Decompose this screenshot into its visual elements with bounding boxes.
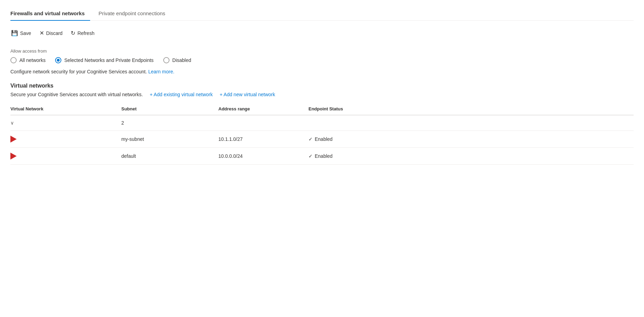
radio-selected-networks[interactable]: Selected Networks and Private Endpoints bbox=[55, 57, 154, 63]
status-label-1: Enabled bbox=[315, 136, 332, 142]
discard-label: Discard bbox=[46, 30, 62, 36]
radio-label-all: All networks bbox=[19, 57, 45, 63]
table-header-row: Virtual Network Subnet Address range End… bbox=[10, 103, 634, 115]
vnet-table: Virtual Network Subnet Address range End… bbox=[10, 103, 634, 165]
refresh-button[interactable]: ↻ Refresh bbox=[70, 29, 95, 37]
vnet-name-cell-2 bbox=[10, 148, 121, 165]
address-range-cell-1: 10.1.1.0/27 bbox=[218, 131, 308, 148]
chevron-down-icon[interactable]: ∨ bbox=[10, 120, 14, 126]
access-label: Allow access from bbox=[10, 48, 634, 54]
radio-label-disabled: Disabled bbox=[172, 57, 191, 63]
discard-icon: ✕ bbox=[40, 30, 44, 36]
arrow-icon-1 bbox=[10, 136, 19, 142]
check-icon-1: ✓ bbox=[308, 136, 313, 142]
subnet-count: 2 bbox=[121, 120, 124, 126]
add-existing-vnet-link[interactable]: + Add existing virtual network bbox=[150, 92, 213, 97]
col-virtual-network: Virtual Network bbox=[10, 103, 121, 115]
virtual-networks-section: Virtual networks Secure your Cognitive S… bbox=[10, 83, 634, 165]
vnet-name-cell-1 bbox=[10, 131, 121, 148]
address-range-cell-2: 10.0.0.0/24 bbox=[218, 148, 308, 165]
check-icon-2: ✓ bbox=[308, 153, 313, 159]
col-endpoint-status: Endpoint Status bbox=[308, 103, 634, 115]
tab-private-endpoints[interactable]: Private endpoint connections bbox=[98, 7, 171, 20]
table-row: my-subnet 10.1.1.0/27 ✓ Enabled bbox=[10, 131, 634, 148]
subnet-cell-2: default bbox=[121, 148, 218, 165]
description-text: Configure network security for your Cogn… bbox=[10, 69, 634, 74]
arrow-icon-2 bbox=[10, 153, 19, 158]
vnet-subheader: Secure your Cognitive Services account w… bbox=[10, 92, 634, 97]
save-label: Save bbox=[20, 30, 31, 36]
table-row-expand: ∨ 2 bbox=[10, 115, 634, 131]
status-enabled-1: ✓ Enabled bbox=[308, 136, 629, 142]
red-arrow-right-2 bbox=[10, 153, 17, 160]
expand-status-cell bbox=[308, 115, 634, 131]
red-arrow-right-1 bbox=[10, 136, 17, 143]
radio-all-networks[interactable]: All networks bbox=[10, 57, 45, 63]
subnet-cell-1: my-subnet bbox=[121, 131, 218, 148]
expand-address-cell bbox=[218, 115, 308, 131]
toolbar: 💾 Save ✕ Discard ↻ Refresh bbox=[10, 28, 634, 39]
status-enabled-2: ✓ Enabled bbox=[308, 153, 629, 159]
col-subnet: Subnet bbox=[121, 103, 218, 115]
radio-circle-all bbox=[10, 57, 17, 63]
add-new-vnet-link[interactable]: + Add new virtual network bbox=[220, 92, 275, 97]
tab-firewalls[interactable]: Firewalls and virtual networks bbox=[10, 7, 90, 20]
save-button[interactable]: 💾 Save bbox=[10, 29, 32, 37]
radio-disabled[interactable]: Disabled bbox=[163, 57, 191, 63]
table-row: default 10.0.0.0/24 ✓ Enabled bbox=[10, 148, 634, 165]
tab-bar: Firewalls and virtual networks Private e… bbox=[10, 7, 634, 21]
refresh-icon: ↻ bbox=[71, 30, 75, 36]
subnet-count-cell: 2 bbox=[121, 115, 218, 131]
radio-circle-selected bbox=[55, 57, 61, 63]
learn-more-link[interactable]: Learn more. bbox=[148, 69, 174, 74]
expand-cell[interactable]: ∨ bbox=[10, 115, 121, 131]
save-icon: 💾 bbox=[11, 30, 18, 36]
vnet-subheader-text: Secure your Cognitive Services account w… bbox=[10, 92, 143, 97]
radio-label-selected: Selected Networks and Private Endpoints bbox=[64, 57, 154, 63]
status-cell-2: ✓ Enabled bbox=[308, 148, 634, 165]
discard-button[interactable]: ✕ Discard bbox=[39, 29, 63, 37]
access-section: Allow access from All networks Selected … bbox=[10, 48, 634, 74]
refresh-label: Refresh bbox=[77, 30, 94, 36]
status-label-2: Enabled bbox=[315, 153, 332, 159]
status-cell-1: ✓ Enabled bbox=[308, 131, 634, 148]
access-radio-group: All networks Selected Networks and Priva… bbox=[10, 57, 634, 63]
radio-circle-disabled bbox=[163, 57, 169, 63]
vnet-heading: Virtual networks bbox=[10, 83, 634, 89]
col-address-range: Address range bbox=[218, 103, 308, 115]
